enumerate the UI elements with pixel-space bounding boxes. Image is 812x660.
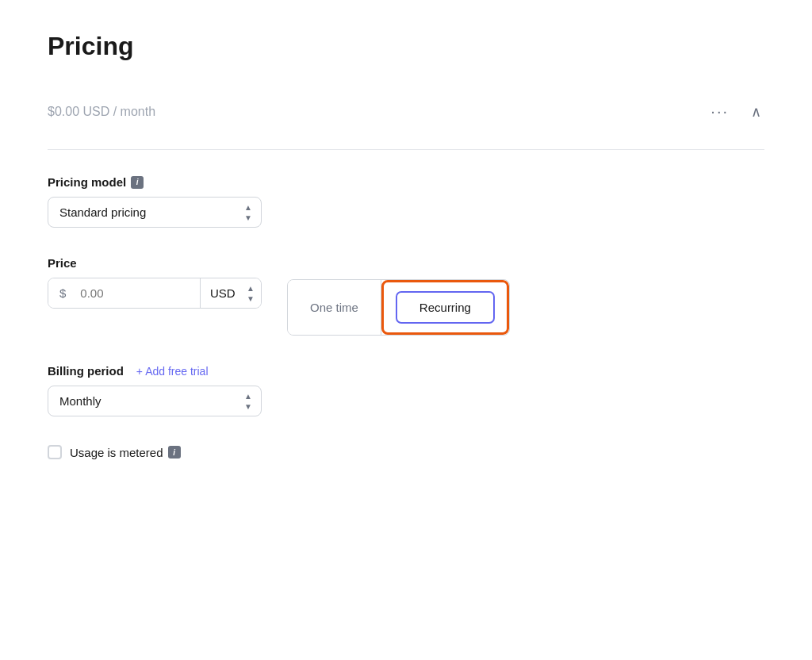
- currency-symbol: $: [48, 278, 74, 308]
- recurring-highlight: Recurring: [381, 280, 509, 335]
- more-options-button[interactable]: ···: [704, 99, 735, 124]
- divider: [48, 149, 764, 150]
- price-summary-row: $0.00 USD / month ··· ∧: [48, 99, 764, 124]
- page-container: Pricing $0.00 USD / month ··· ∧ Pricing …: [0, 0, 812, 660]
- price-section: Price $ USD EUR GBP CAD ▲ ▼: [48, 256, 764, 336]
- page-title: Pricing: [48, 32, 764, 61]
- collapse-button[interactable]: ∧: [748, 100, 764, 124]
- billing-period-select[interactable]: Monthly Weekly Every 3 months Every 6 mo…: [48, 386, 262, 416]
- metered-checkbox[interactable]: [48, 445, 62, 459]
- pricing-model-section: Pricing model i Standard pricing Package…: [48, 175, 764, 228]
- billing-period-section: Billing period + Add free trial Monthly …: [48, 364, 764, 416]
- billing-type-group: One time Recurring: [287, 279, 510, 336]
- price-input-group: $ USD EUR GBP CAD ▲ ▼: [48, 278, 262, 309]
- price-controls-row: $ USD EUR GBP CAD ▲ ▼: [48, 278, 764, 336]
- pricing-model-select-wrapper: Standard pricing Package pricing Graduat…: [48, 197, 262, 228]
- billing-period-header: Billing period + Add free trial: [48, 364, 764, 378]
- price-number-input[interactable]: [74, 278, 200, 308]
- billing-period-label: Billing period: [48, 364, 124, 378]
- metered-info-icon: i: [168, 446, 181, 459]
- pricing-model-info-icon: i: [131, 176, 144, 189]
- recurring-button[interactable]: Recurring: [396, 291, 495, 324]
- one-time-button[interactable]: One time: [288, 280, 381, 335]
- pricing-model-label: Pricing model i: [48, 175, 764, 189]
- currency-select-wrapper: USD EUR GBP CAD ▲ ▼: [200, 278, 261, 308]
- billing-type-container: One time Recurring: [287, 278, 510, 336]
- price-row-actions: ··· ∧: [704, 99, 764, 124]
- pricing-model-select[interactable]: Standard pricing Package pricing Graduat…: [48, 197, 262, 228]
- metered-section: Usage is metered i: [48, 445, 764, 459]
- add-free-trial-button[interactable]: + Add free trial: [136, 365, 209, 378]
- currency-select[interactable]: USD EUR GBP CAD: [201, 278, 261, 308]
- price-label: Price: [48, 256, 764, 270]
- metered-label: Usage is metered i: [70, 446, 181, 459]
- billing-period-select-wrapper: Monthly Weekly Every 3 months Every 6 mo…: [48, 386, 262, 416]
- price-summary-text: $0.00 USD / month: [48, 105, 155, 119]
